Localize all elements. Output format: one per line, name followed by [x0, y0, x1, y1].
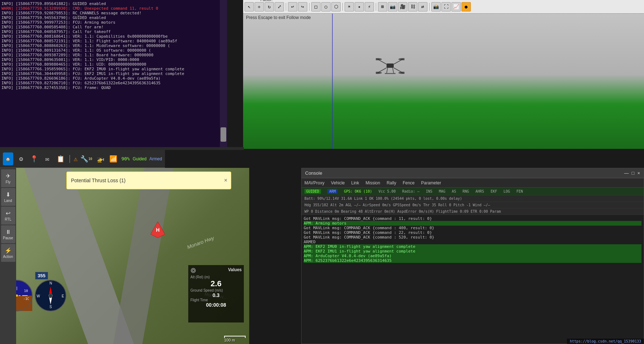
- sun-light-btn[interactable]: ☀: [345, 2, 354, 11]
- grid-view-btn[interactable]: ⊞: [378, 2, 387, 11]
- scale-tool-btn[interactable]: ⤢: [275, 2, 284, 11]
- rtl-label: RTL: [5, 217, 11, 221]
- terminal-line: INFO] [1586677760.808168641]: VER: 1.1: …: [1, 34, 219, 39]
- ins-status: INS: [426, 189, 432, 193]
- toolbar-separator-2: [309, 3, 309, 11]
- crosshair-vertical: [332, 14, 333, 149]
- move-tool-btn[interactable]: ✛: [255, 2, 264, 11]
- alt-rel-value: 2.6: [190, 279, 242, 288]
- camera2-btn[interactable]: 🎥: [398, 2, 407, 11]
- arm-status: ARM: [327, 189, 337, 194]
- hdg-info: Hdg 355/102 Alt 2m AGL —/— AirSpeed 0m/s…: [304, 203, 490, 207]
- vehicle-menu[interactable]: Vehicle: [331, 180, 345, 185]
- link-menu[interactable]: Link: [351, 180, 359, 185]
- svg-text:🏠: 🏠: [6, 157, 10, 161]
- send-btn[interactable]: ✉: [42, 152, 53, 165]
- parameter-menu[interactable]: Parameter: [421, 180, 441, 185]
- map-scale: 100 m: [224, 336, 246, 342]
- cylinder-shape-btn[interactable]: ⬡: [331, 2, 341, 11]
- terminal-line: INFO] [1586677766.195859065]: FCU: EKF2 …: [1, 67, 219, 71]
- ekf-status: EKF: [491, 189, 497, 193]
- fullscreen-btn[interactable]: ⛶: [441, 2, 451, 11]
- rotate-tool-btn[interactable]: ↻: [265, 2, 274, 11]
- terminal-line: INFO] [1586677760.808572191]: VER: 1.1: …: [1, 39, 219, 43]
- action-btn[interactable]: ⚡ Action: [1, 244, 15, 262]
- mag-status: MAG: [439, 189, 445, 193]
- fly-mode-btn[interactable]: 🏠: [3, 152, 13, 165]
- mission-menu[interactable]: Mission: [366, 180, 380, 185]
- values-panel: Values Alt (Rel) (m) 2.6 Ground Speed (m…: [188, 265, 244, 322]
- battery-indicator: 90%: [121, 156, 129, 161]
- realtime-factor-label: Real Time Factor:: [260, 0, 273, 2]
- svg-text:S: S: [49, 305, 52, 309]
- terminal-panel: INFO] [1586677759.895641882]: GUIDED ena…: [0, 0, 221, 149]
- url-bar: https://blog.csdn.net/qq_15390133: [567, 339, 644, 344]
- svg-point-37: [49, 294, 52, 297]
- terminal-line: INFO] [1586677760.809131674]: VER: 1.1: …: [1, 48, 219, 53]
- svg-text:-1C: -1C: [23, 297, 29, 301]
- box-shape-btn[interactable]: □: [311, 2, 321, 11]
- gazebo-3d-view: ↖ ✛ ↻ ⤢ ↩ ↪ □ ○ ⬡ ☀ ✦ ⚡ ⊞ 📷 🎥 ⛓ ⇄ 📸 ⛶ 📈 …: [243, 0, 644, 149]
- rtl-btn[interactable]: ↩ RTL: [1, 207, 15, 225]
- point-light-btn[interactable]: ⚡: [365, 2, 374, 11]
- arm-status-indicator: Armed: [150, 156, 162, 161]
- cursor-tool-btn[interactable]: ↖: [245, 2, 254, 11]
- pause-btn[interactable]: ⏸ Pause: [1, 225, 15, 243]
- chart-btn[interactable]: 📈: [451, 2, 461, 11]
- svg-text:E: E: [62, 294, 64, 298]
- scrollbar-thumb[interactable]: [221, 127, 226, 142]
- drone-status-btn[interactable]: 🚁: [95, 152, 105, 165]
- arrows-btn[interactable]: ⇄: [418, 2, 427, 11]
- svg-point-8: [398, 72, 404, 74]
- land-icon: ⬇: [6, 191, 10, 198]
- close-btn[interactable]: ×: [637, 170, 640, 176]
- gear-icon[interactable]: [190, 268, 196, 273]
- signal-btn[interactable]: 📶: [108, 152, 119, 165]
- fen-status: FEN: [516, 189, 523, 193]
- screenshot-btn[interactable]: 📸: [431, 2, 441, 11]
- fence-menu[interactable]: Fence: [403, 180, 415, 185]
- svg-text:N: N: [49, 281, 52, 285]
- spot-light-btn[interactable]: ✦: [355, 2, 364, 11]
- log-status: LOG: [503, 189, 510, 193]
- terminal-line: INFO] [1586677769.826696186]: FCU: ArduC…: [1, 76, 219, 81]
- record-btn[interactable]: ●: [461, 2, 471, 11]
- map-view[interactable]: Monaro Hwy Monaro H... Potential Thrust …: [0, 168, 249, 344]
- wrench-btn[interactable]: 🔧 10: [80, 152, 92, 165]
- pause-icon: ⏸: [5, 229, 11, 235]
- alert-close-btn[interactable]: ×: [224, 177, 227, 184]
- mavproxy-menu[interactable]: MAVProxy: [304, 180, 325, 185]
- list-btn[interactable]: 📋: [55, 152, 66, 165]
- svg-rect-0: [387, 63, 394, 68]
- svg-point-6: [398, 58, 404, 60]
- terminal-line: INFO] [1586677769.827206710]: FCU: 62523…: [1, 81, 219, 85]
- undo-btn[interactable]: ↩: [288, 2, 297, 11]
- land-label: Land: [4, 199, 12, 203]
- ground-speed-value: 0.3: [190, 292, 242, 298]
- fly-btn[interactable]: ✈ Fly: [1, 169, 15, 187]
- chain-btn[interactable]: ⛓: [408, 2, 417, 11]
- window-controls: — □ ×: [624, 170, 640, 176]
- camera-btn[interactable]: 📷: [388, 2, 397, 11]
- maximize-btn[interactable]: □: [632, 170, 635, 176]
- settings-btn[interactable]: ⚙: [16, 152, 27, 165]
- terminal-line: INFO] [1586677759.945563790]: GUIDED ena…: [1, 15, 219, 20]
- minimize-btn[interactable]: —: [624, 170, 629, 176]
- rally-menu[interactable]: Rally: [387, 180, 396, 185]
- warning-icon: ⚠: [74, 155, 78, 162]
- console-message-line: APM: ArduCopter V4.0.4-dev (ae89a5fa): [304, 254, 641, 258]
- land-btn[interactable]: ⬇ Land: [1, 188, 15, 206]
- wp-info: WP 0 Distance 0m Bearing 48 AltError 0m(…: [304, 209, 501, 213]
- console-message-line: APM: Arming motors: [304, 221, 641, 226]
- terminal-line: INFO] [1586677760.809880465]: VER: 1.1: …: [1, 62, 219, 67]
- alert-message: Potential Thrust Loss (1): [71, 178, 126, 183]
- redo-btn[interactable]: ↪: [298, 2, 307, 11]
- svg-point-5: [376, 58, 382, 60]
- sphere-shape-btn[interactable]: ○: [321, 2, 331, 11]
- terminal-line: INFO] [1586677760.809635081]: VER: 1.1: …: [1, 57, 219, 62]
- gazebo-toolbar: ↖ ✛ ↻ ⤢ ↩ ↪ □ ○ ⬡ ☀ ✦ ⚡ ⊞ 📷 🎥 ⛓ ⇄ 📸 ⛶ 📈 …: [243, 0, 644, 14]
- console-message-line: APM: 6252376b61322e6e4234395636314635: [304, 258, 641, 263]
- location-btn[interactable]: 📍: [29, 152, 39, 165]
- console-batt-row: Batt: 90%/12.14V 31.6A Link 1 OK 100.0% …: [302, 195, 644, 202]
- terminal-scrollbar[interactable]: [220, 0, 227, 149]
